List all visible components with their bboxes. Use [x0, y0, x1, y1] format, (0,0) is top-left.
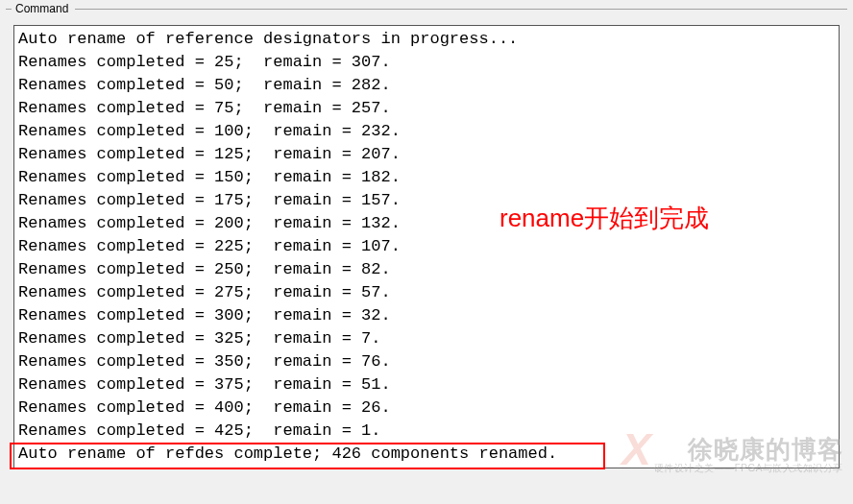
command-log[interactable]: Auto rename of reference designators in … [13, 25, 840, 468]
panel-title: Command [12, 2, 72, 15]
divider [75, 9, 847, 10]
log-text: Auto rename of reference designators in … [14, 26, 839, 468]
